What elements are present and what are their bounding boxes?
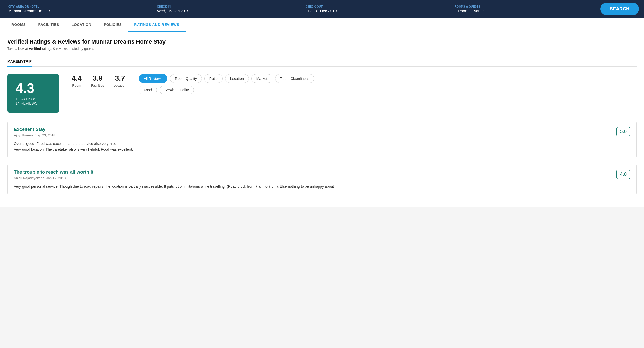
checkin-label: CHECK-IN (157, 5, 298, 8)
location-label: Location (114, 83, 126, 87)
checkout-label: CHECK-OUT (306, 5, 447, 8)
filter-market[interactable]: Market (251, 74, 272, 83)
nav-tabs: ROOMS FACILITIES LOCATION POLICIES RATIN… (0, 18, 644, 32)
filter-tags: All Reviews Room Quality Patio Location … (139, 74, 637, 97)
tab-facilities[interactable]: FACILITIES (32, 18, 65, 32)
search-bar: CITY, AREA OR HOTEL Munnar Dreams Home S… (0, 0, 644, 18)
facilities-label: Facilities (91, 83, 104, 87)
room-label: Room (72, 83, 82, 87)
tab-location[interactable]: LOCATION (65, 18, 98, 32)
sub-ratings: 4.4 Room 3.9 Facilities 3.7 Location (72, 74, 126, 87)
city-label: CITY, AREA OR HOTEL (8, 5, 149, 8)
rooms-field[interactable]: ROOMS & GUESTS 1 Room, 2 Adults (452, 3, 599, 15)
facilities-score: 3.9 (91, 74, 104, 82)
filter-room-cleanliness[interactable]: Room Cleanliness (275, 74, 314, 83)
checkin-value: Wed, 25 Dec 2019 (157, 9, 298, 13)
review-meta-1: Ajoy Thomas, Sep 23, 2018 (14, 133, 630, 137)
verified-bold: verified (29, 47, 41, 51)
review-score-2: 4.0 (616, 170, 630, 179)
review-title-2: The trouble to reach was all worth it. (14, 170, 630, 175)
location-score: 3.7 (114, 74, 126, 82)
filter-row-2: Food Service Quality (139, 86, 637, 94)
review-title-1: Excellent Stay (14, 127, 630, 132)
ratings-count: 15 RATINGS (16, 97, 51, 101)
review-card-1: Excellent Stay Ajoy Thomas, Sep 23, 2018… (7, 121, 637, 158)
overall-score: 4.3 (16, 81, 51, 95)
review-line-2: Very good location. The caretaker also i… (14, 147, 630, 152)
filter-row-1: All Reviews Room Quality Patio Location … (139, 74, 637, 83)
tab-rooms[interactable]: ROOMS (5, 18, 32, 32)
filter-food[interactable]: Food (139, 86, 157, 94)
review-body-1: Overall good. Food was excellent and the… (14, 141, 630, 152)
review-line-3: Very good personal service. Though due t… (14, 184, 630, 189)
source-tab-makemytrip[interactable]: MAKEMYTRIP (7, 57, 32, 67)
review-card-2: The trouble to reach was all worth it. A… (7, 164, 637, 195)
review-body-2: Very good personal service. Though due t… (14, 184, 630, 189)
sub-rating-room: 4.4 Room (72, 74, 82, 87)
checkout-value: Tue, 31 Dec 2019 (306, 9, 447, 13)
page-title: Verified Ratings & Reviews for Munnar Dr… (7, 38, 637, 45)
sub-rating-facilities: 3.9 Facilities (91, 74, 104, 87)
filter-room-quality[interactable]: Room Quality (170, 74, 202, 83)
filter-patio[interactable]: Patio (204, 74, 223, 83)
sub-rating-location: 3.7 Location (114, 74, 126, 87)
filter-location[interactable]: Location (225, 74, 249, 83)
checkin-field[interactable]: CHECK-IN Wed, 25 Dec 2019 (154, 3, 301, 15)
reviews-count: 14 REVIEWS (16, 101, 51, 105)
source-tabs: MAKEMYTRIP (7, 57, 637, 67)
rooms-value: 1 Room, 2 Adults (455, 9, 595, 13)
tab-ratings-reviews[interactable]: RATINGS AND REVIEWS (128, 18, 186, 32)
review-line-1: Overall good. Food was excellent and the… (14, 141, 630, 147)
checkout-field[interactable]: CHECK-OUT Tue, 31 Dec 2019 (303, 3, 450, 15)
filter-all-reviews[interactable]: All Reviews (139, 74, 167, 83)
city-field[interactable]: CITY, AREA OR HOTEL Munnar Dreams Home S (5, 3, 152, 15)
filter-service-quality[interactable]: Service Quality (160, 86, 194, 94)
page-subtext: Take a look at verified ratings & review… (7, 47, 637, 51)
big-rating-box: 4.3 15 RATINGS 14 REVIEWS (7, 74, 59, 113)
room-score: 4.4 (72, 74, 82, 82)
search-button[interactable]: SEARCH (600, 3, 639, 15)
city-value: Munnar Dreams Home S (8, 9, 149, 13)
ratings-section: 4.3 15 RATINGS 14 REVIEWS 4.4 Room 3.9 F… (7, 74, 637, 113)
main-content: Verified Ratings & Reviews for Munnar Dr… (0, 32, 644, 207)
review-score-1: 5.0 (616, 127, 630, 136)
rooms-label: ROOMS & GUESTS (455, 5, 595, 8)
review-meta-2: Anjali Rajadhyaksha, Jan 17, 2018 (14, 176, 630, 180)
tab-policies[interactable]: POLICIES (98, 18, 128, 32)
